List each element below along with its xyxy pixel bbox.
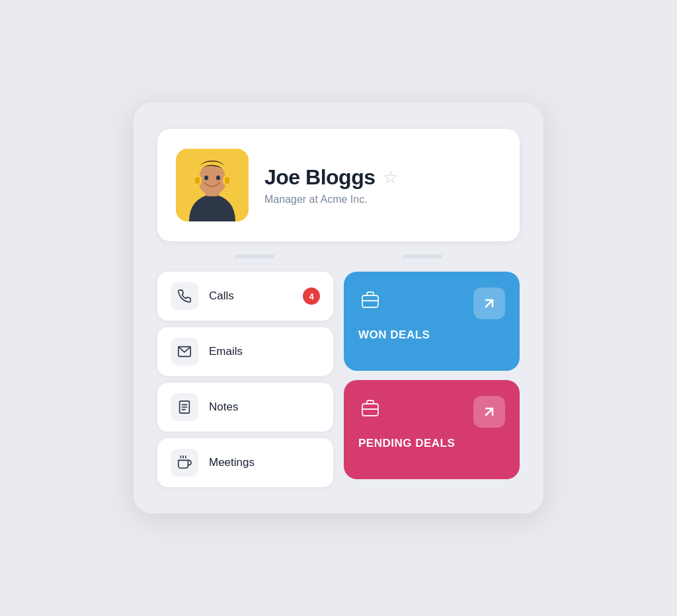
profile-title: Manager at Acme Inc.: [264, 194, 398, 206]
svg-point-4: [216, 176, 220, 180]
notes-icon-wrap: [171, 393, 198, 421]
notes-icon: [177, 400, 192, 414]
activity-list: Calls 4 Emails: [157, 272, 333, 487]
profile-card: Joe Bloggs ☆ Manager at Acme Inc.: [157, 129, 520, 241]
phone-icon: [177, 289, 192, 303]
deals-list: WON DEALS: [344, 272, 520, 479]
svg-point-3: [204, 176, 208, 180]
emails-icon-wrap: [171, 338, 198, 366]
connector-row: [157, 254, 520, 258]
meetings-label: Meetings: [209, 456, 320, 469]
app-container: Joe Bloggs ☆ Manager at Acme Inc. Calls …: [134, 102, 543, 514]
calls-item[interactable]: Calls 4: [157, 272, 333, 321]
calls-label: Calls: [209, 289, 292, 303]
pending-briefcase-icon: [358, 396, 382, 422]
won-deals-card[interactable]: WON DEALS: [344, 272, 520, 371]
star-icon[interactable]: ☆: [383, 169, 398, 186]
won-deals-arrow-btn[interactable]: [473, 288, 505, 319]
svg-rect-20: [362, 404, 378, 416]
main-grid: Calls 4 Emails: [157, 272, 520, 487]
pending-deals-card[interactable]: PENDING DEALS: [344, 380, 520, 479]
profile-info: Joe Bloggs ☆ Manager at Acme Inc.: [264, 165, 398, 206]
pending-deals-top: [358, 396, 505, 428]
connector-left: [235, 254, 274, 258]
svg-line-19: [486, 300, 493, 307]
meetings-item[interactable]: Meetings: [157, 438, 333, 487]
won-deals-label: WON DEALS: [358, 328, 505, 342]
emails-label: Emails: [209, 345, 320, 358]
profile-name: Joe Bloggs: [264, 165, 375, 190]
won-briefcase-icon: [358, 288, 382, 314]
pending-deals-label: PENDING DEALS: [358, 437, 505, 450]
connector-right: [403, 254, 442, 258]
svg-rect-7: [195, 177, 200, 184]
profile-name-row: Joe Bloggs ☆: [264, 165, 398, 190]
won-deals-top: [358, 288, 505, 319]
notes-item[interactable]: Notes: [157, 383, 333, 432]
svg-line-22: [486, 408, 493, 415]
avatar: [176, 149, 249, 221]
pending-deals-arrow-btn[interactable]: [473, 396, 505, 428]
notes-label: Notes: [209, 401, 320, 414]
svg-rect-17: [362, 295, 378, 307]
coffee-icon: [177, 455, 192, 470]
emails-item[interactable]: Emails: [157, 327, 333, 376]
meetings-icon-wrap: [171, 449, 198, 477]
mail-icon: [177, 344, 192, 359]
calls-icon-wrap: [171, 282, 198, 310]
svg-rect-8: [225, 177, 229, 184]
calls-badge: 4: [303, 288, 320, 305]
